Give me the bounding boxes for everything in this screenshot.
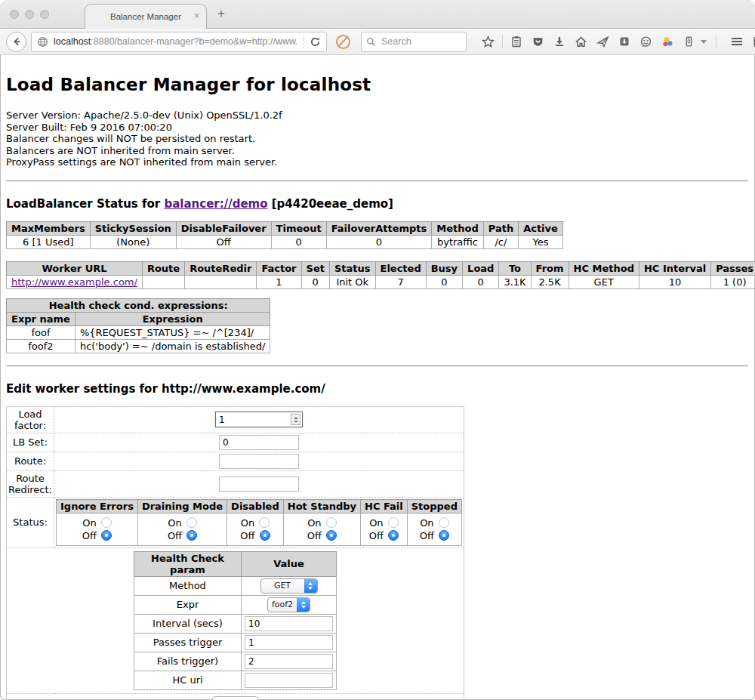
device-battery-icon[interactable] — [683, 35, 695, 48]
bookmark-star-icon[interactable] — [482, 35, 495, 48]
edit-worker-heading: Edit worker settings for http://www.exam… — [6, 382, 748, 396]
load-factor-input[interactable] — [215, 412, 303, 427]
toolbar-divider — [502, 35, 503, 48]
off-label: Off — [307, 530, 322, 541]
on-label: On — [82, 517, 96, 529]
divider — [6, 180, 748, 182]
stopped-on-radio[interactable] — [439, 517, 449, 528]
table-header-row: Expr name Expression — [7, 312, 270, 325]
load-factor-label: Load factor: — [7, 406, 54, 433]
cell-active: Yes — [519, 235, 563, 248]
window-minimize-icon[interactable] — [25, 10, 34, 19]
feedback-smiley-icon[interactable] — [639, 35, 652, 48]
url-bar[interactable]: localhost:8880/balancer-manager?b=demo&w… — [31, 32, 327, 52]
pocket-icon[interactable] — [532, 35, 544, 48]
status-cell-hot-standby: On Off — [283, 513, 360, 545]
selected-expr: foof2 — [268, 600, 297, 609]
hc-expr-select[interactable]: foof2 — [267, 597, 310, 612]
window-zoom-icon[interactable] — [40, 10, 49, 19]
col-elected: Elected — [375, 261, 426, 275]
ignore-errors-off-radio[interactable] — [101, 530, 112, 541]
ignore-errors-on-radio[interactable] — [101, 517, 112, 528]
route-input[interactable] — [219, 454, 299, 469]
submit-button[interactable]: Submit — [212, 696, 258, 700]
disabled-off-radio[interactable] — [260, 530, 270, 541]
hot-standby-off-radio[interactable] — [326, 530, 337, 541]
cell-set: 0 — [301, 275, 329, 288]
col-passes: Passes — [711, 261, 755, 275]
search-bar[interactable] — [361, 32, 467, 52]
reading-list-icon[interactable] — [510, 35, 522, 48]
window-controls[interactable] — [10, 10, 49, 19]
hc-method-select[interactable]: GET — [260, 578, 318, 594]
search-input[interactable] — [380, 35, 451, 48]
lb-set-input[interactable] — [219, 435, 299, 450]
hc-row-uri: HC uri — [134, 671, 337, 689]
col-expr-name: Expr name — [7, 312, 76, 325]
balancer-link[interactable]: balancer://demo — [164, 197, 267, 211]
hot-standby-on-radio[interactable] — [326, 517, 337, 528]
health-check-param-table: Health Check param Value Method GET — [134, 551, 337, 690]
draining-mode-off-radio[interactable] — [186, 530, 197, 541]
hc-fail-on-radio[interactable] — [388, 517, 399, 528]
status-cell-hc-fail: On Off — [361, 513, 408, 545]
hc-fail-off-radio[interactable] — [388, 530, 399, 541]
hc-passes-input[interactable] — [245, 635, 333, 650]
send-icon[interactable] — [596, 35, 609, 48]
on-label: On — [307, 517, 321, 529]
status-header-row: Ignore Errors Draining Mode Disabled Hot… — [57, 499, 462, 513]
load-factor-field[interactable] — [216, 414, 291, 426]
cell-failoverattempts: 0 — [326, 235, 432, 248]
number-spinner-icon[interactable] — [291, 414, 300, 425]
status-table: Ignore Errors Draining Mode Disabled Hot… — [56, 499, 462, 546]
cell-routeredir — [185, 275, 257, 288]
col-timeout: Timeout — [271, 221, 326, 235]
tab-balancer-manager[interactable]: Balancer Manager × — [85, 4, 207, 29]
col-worker-url: Worker URL — [7, 261, 143, 275]
off-label: Off — [420, 530, 434, 541]
tab-close-icon[interactable]: × — [194, 11, 199, 21]
cell-status: Init Ok — [329, 275, 375, 288]
cell-passes: 1 (0) — [711, 275, 755, 288]
stopped-off-radio[interactable] — [439, 530, 449, 541]
reload-icon[interactable] — [310, 36, 321, 48]
draining-mode-on-radio[interactable] — [186, 517, 197, 528]
home-icon[interactable] — [575, 35, 587, 48]
menu-icon[interactable] — [730, 35, 744, 48]
worker-row: http://www.example.com/ 1 0 Init Ok 7 0 … — [7, 275, 755, 288]
hc-uri-input[interactable] — [245, 673, 333, 688]
cell-hc-interval: 10 — [639, 275, 710, 288]
save-box-icon[interactable] — [618, 35, 630, 48]
cell-factor: 1 — [257, 275, 301, 288]
url-text[interactable]: localhost:8880/balancer-manager?b=demo&w… — [54, 36, 298, 47]
window-close-icon[interactable] — [10, 10, 19, 19]
col-set: Set — [301, 261, 329, 275]
table-header-row: MaxMembers StickySession DisableFailover… — [7, 221, 563, 235]
worker-url-link[interactable]: http://www.example.com/ — [11, 276, 137, 288]
page-title: Load Balancer Manager for localhost — [6, 75, 748, 94]
new-tab-button[interactable]: + — [217, 6, 225, 21]
col-hc-fail: HC Fail — [361, 499, 408, 513]
health-check-expressions-table: Health check cond. expressions: Expr nam… — [6, 298, 270, 353]
adblock-ban-icon[interactable] — [336, 35, 350, 49]
col-draining-mode: Draining Mode — [137, 499, 226, 513]
form-row-health-check: Health Check param Value Method GET — [7, 547, 464, 693]
select-stepper-icon — [297, 598, 310, 612]
col-routeredir: RouteRedir — [185, 261, 257, 275]
hc-fails-input[interactable] — [245, 654, 333, 669]
cell-expression: hc('body') =~ /domain is established/ — [75, 339, 270, 353]
downloads-icon[interactable] — [553, 35, 565, 48]
col-from: From — [531, 261, 569, 275]
route-redirect-input[interactable] — [219, 476, 299, 492]
back-button[interactable] — [6, 32, 26, 52]
col-stopped: Stopped — [407, 499, 461, 513]
cell-method: bytraffic — [432, 235, 483, 248]
server-built: Server Built: Feb 9 2016 07:00:20 — [6, 122, 748, 134]
hc-row-method: Method GET — [134, 576, 337, 595]
notice-persist: Balancer changes will NOT be persisted o… — [6, 133, 748, 145]
hc-interval-input[interactable] — [245, 616, 333, 631]
colored-dots-icon[interactable] — [661, 35, 674, 48]
on-label: On — [241, 517, 254, 529]
overflow-caret-icon[interactable] — [701, 40, 707, 44]
disabled-on-radio[interactable] — [259, 517, 270, 528]
